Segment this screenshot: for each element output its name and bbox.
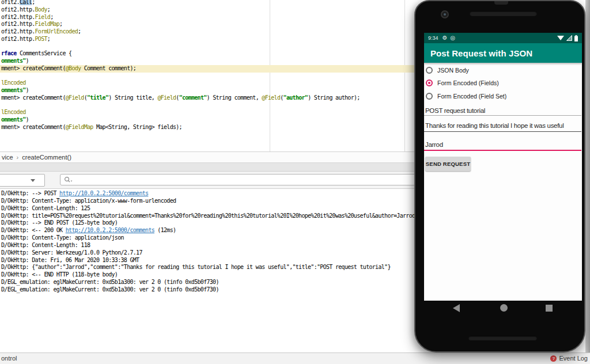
- window-edge: [585, 0, 590, 352]
- bottom-speaker: [468, 336, 537, 340]
- code-token: D/OkHttp: --> END POST (125-byte body): [1, 219, 118, 226]
- radio-row[interactable]: Form Encoded (Field Set): [426, 92, 506, 100]
- code-token: @Field: [262, 94, 280, 101]
- chevron-down-icon: [31, 179, 35, 182]
- code-token: ;: [50, 14, 53, 20]
- radio-row[interactable]: JSON Body: [426, 66, 469, 74]
- code-token: ofit2.: [1, 0, 20, 5]
- battery-icon: [574, 35, 578, 41]
- recents-icon[interactable]: [546, 305, 553, 312]
- code-token: omments": [1, 58, 26, 64]
- code-token: ofit2.http.: [1, 14, 35, 20]
- code-token: omments": [1, 116, 26, 123]
- code-token: Map<String, String> fields);: [93, 124, 182, 130]
- code-token: ): [26, 58, 29, 64]
- author-field[interactable]: Jarrod: [425, 141, 581, 148]
- code-token: mment> createComment(: [1, 94, 66, 101]
- status-time: 9:34: [428, 35, 438, 41]
- code-token: Call: [20, 0, 32, 5]
- title-field[interactable]: POST request tutorial: [425, 107, 581, 114]
- radio-icon: [426, 93, 433, 100]
- toolwindow-tab-version-control[interactable]: ontrol: [1, 355, 17, 362]
- search-icon: [63, 176, 73, 184]
- gear-icon: ⚙: [442, 35, 448, 41]
- code-token: D/EGL_emulation: eglMakeCurrent: 0xd5b1a…: [1, 279, 219, 285]
- phone-top-band: [494, 1, 508, 5]
- send-request-button[interactable]: SEND REQUEST: [425, 157, 471, 171]
- code-token: ofit2.http.: [1, 21, 35, 27]
- code-token: POST: [35, 36, 47, 42]
- code-token: mment> createComment(: [1, 124, 66, 130]
- log-link[interactable]: http://10.0.2.2:5000/comments: [59, 190, 148, 196]
- event-log-button[interactable]: ? Event Log: [550, 355, 588, 362]
- code-token: CommentsService {: [20, 50, 71, 56]
- phone-screen: 9:34 ⚙ ◎ Post Request with JSON: [424, 33, 582, 301]
- android-nav-bar: [415, 304, 587, 315]
- radio-icon: [426, 67, 433, 74]
- code-token: omments": [1, 87, 26, 93]
- code-token: (12ms): [154, 227, 176, 233]
- code-token: Field: [35, 14, 51, 20]
- title-field-underline: [424, 115, 581, 116]
- code-token: "author": [283, 94, 308, 101]
- comment-field[interactable]: Thanks for reading this tutorial I hope …: [425, 122, 581, 129]
- code-token: lEncoded: [1, 79, 26, 86]
- code-token: ;: [78, 28, 81, 35]
- code-token: Body: [35, 6, 47, 13]
- code-token: ofit2.http.: [1, 28, 35, 35]
- code-token: D/OkHttp: Content-Length: 118: [1, 242, 90, 248]
- back-icon[interactable]: [453, 304, 460, 312]
- code-token: FormUrlEncoded: [35, 28, 78, 35]
- code-token: D/OkHttp: Date: Fri, 06 Mar 2020 10:33:3…: [1, 257, 139, 263]
- cell-signal-icon: [566, 35, 572, 41]
- chevron-right-icon: ›: [17, 154, 19, 161]
- code-token: Comment comment);: [81, 65, 136, 71]
- breadcrumb-item-service[interactable]: vice: [2, 154, 13, 161]
- code-token: mment> createComment(: [1, 65, 66, 71]
- code-token: ) String author);: [308, 94, 360, 101]
- code-token: ): [26, 87, 29, 93]
- author-field-underline: [424, 150, 581, 151]
- code-token: D/OkHttp: <-- END HTTP (118-byte body): [1, 271, 118, 278]
- code-token: D/OkHttp: {"author":"Jarrod","comment":"…: [1, 264, 391, 270]
- app-toolbar: Post Request with JSON: [424, 43, 582, 63]
- code-token: ): [26, 116, 29, 123]
- log-filter-dropdown[interactable]: [0, 174, 45, 187]
- comment-field-underline: [424, 131, 581, 132]
- code-token: D/OkHttp: Content-Length: 125: [1, 205, 90, 211]
- code-token: D/OkHttp: Content-Type: application/x-ww…: [1, 198, 176, 204]
- earpiece-speaker: [470, 11, 537, 16]
- log-link[interactable]: http://10.0.2.2:5000/comments: [66, 227, 154, 233]
- code-token: ofit2.http.: [1, 6, 35, 13]
- code-token: @Field: [157, 94, 176, 101]
- code-token: ) String title,: [108, 94, 157, 101]
- radio-row[interactable]: Form Encoded (Fields): [426, 79, 499, 87]
- code-token: ;: [32, 0, 35, 5]
- data-saver-icon: ◎: [451, 35, 456, 41]
- ide-status-bar: ontrol ? Event Log: [0, 352, 590, 364]
- android-studio-window: ofit2.Call;ofit2.http.Body;ofit2.http.Fi…: [0, 0, 590, 364]
- home-icon[interactable]: [500, 304, 508, 312]
- code-token: D/EGL_emulation: eglMakeCurrent: 0xd5b1a…: [1, 286, 219, 293]
- code-token: D/OkHttp: --> POST: [1, 190, 59, 196]
- code-token: D/OkHttp: Server: Werkzeug/1.0.0 Python/…: [1, 249, 142, 256]
- emulator-window[interactable]: 9:34 ⚙ ◎ Post Request with JSON: [414, 0, 585, 352]
- code-token: rface: [1, 50, 20, 56]
- code-token: FieldMap: [35, 21, 60, 27]
- code-token: "title": [87, 94, 108, 101]
- front-camera: [441, 10, 449, 18]
- wifi-icon: [557, 35, 564, 41]
- code-token: @Body: [66, 65, 81, 71]
- code-token: @Field: [66, 94, 84, 101]
- code-token: ;: [47, 36, 50, 42]
- code-token: D/OkHttp: Content-Type: application/json: [1, 234, 124, 241]
- radio-label: JSON Body: [437, 67, 469, 74]
- code-token: ) String comment,: [207, 94, 262, 101]
- code-token: lEncoded: [1, 109, 26, 115]
- event-log-icon: ?: [550, 355, 557, 362]
- radio-icon: [426, 79, 433, 86]
- code-token: D/OkHttp: <-- 200 OK: [1, 227, 66, 233]
- breadcrumb-item-method[interactable]: createComment(): [22, 154, 71, 161]
- app-title: Post Request with JSON: [430, 48, 532, 58]
- radio-label: Form Encoded (Field Set): [437, 93, 506, 100]
